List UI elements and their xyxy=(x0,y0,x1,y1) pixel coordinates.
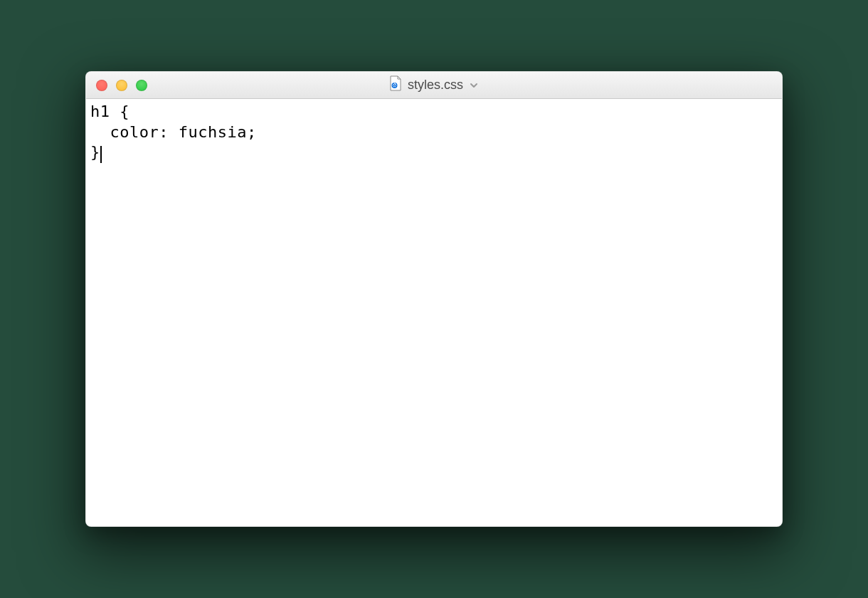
minimize-button[interactable] xyxy=(116,80,127,91)
titlebar[interactable]: styles.css xyxy=(86,72,782,99)
title-center: styles.css xyxy=(86,75,782,95)
window-title[interactable]: styles.css xyxy=(408,78,463,93)
close-button[interactable] xyxy=(96,80,107,91)
file-icon[interactable] xyxy=(389,75,402,95)
traffic-lights xyxy=(86,80,147,91)
text-cursor xyxy=(100,146,102,163)
text-editor[interactable]: h1 { color: fuchsia; } xyxy=(86,99,782,526)
editor-content: h1 { color: fuchsia; } xyxy=(90,103,257,161)
chevron-down-icon[interactable] xyxy=(469,80,479,90)
maximize-button[interactable] xyxy=(136,80,147,91)
editor-window: styles.css h1 { color: fuchsia; } xyxy=(85,71,783,527)
